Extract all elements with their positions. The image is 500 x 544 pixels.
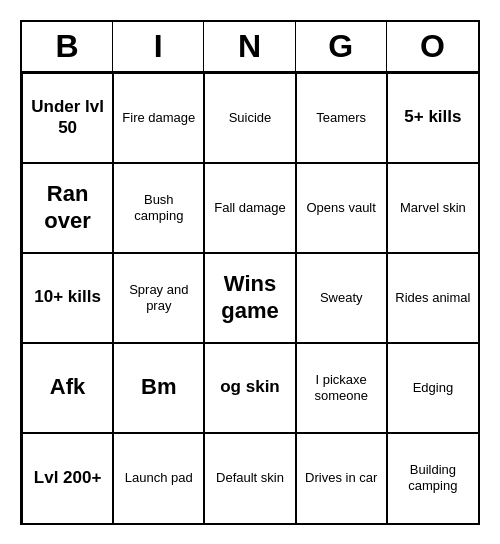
cell-label: Fall damage — [214, 200, 286, 216]
cell-label: Suicide — [229, 110, 272, 126]
cell-label: Building camping — [392, 462, 474, 493]
cell-label: 10+ kills — [34, 287, 101, 307]
cell-label: Sweaty — [320, 290, 363, 306]
cell-label: og skin — [220, 377, 280, 397]
cell-label: Default skin — [216, 470, 284, 486]
bingo-grid: Under lvl 50Fire damageSuicideTeamers5+ … — [22, 73, 478, 523]
bingo-cell: Bush camping — [113, 163, 204, 253]
bingo-cell: Teamers — [296, 73, 387, 163]
bingo-card: BINGO Under lvl 50Fire damageSuicideTeam… — [20, 20, 480, 525]
cell-label: Spray and pray — [118, 282, 199, 313]
cell-label: I pickaxe someone — [301, 372, 382, 403]
bingo-cell: Bm — [113, 343, 204, 433]
bingo-cell: Afk — [22, 343, 113, 433]
cell-label: Lvl 200+ — [34, 468, 102, 488]
bingo-cell: Rides animal — [387, 253, 478, 343]
cell-label: Under lvl 50 — [27, 97, 108, 138]
bingo-cell: Fire damage — [113, 73, 204, 163]
bingo-cell: Building camping — [387, 433, 478, 523]
bingo-cell: Ran over — [22, 163, 113, 253]
cell-label: Drives in car — [305, 470, 377, 486]
cell-label: Teamers — [316, 110, 366, 126]
cell-label: Launch pad — [125, 470, 193, 486]
cell-label: Wins game — [209, 271, 290, 324]
bingo-cell: Drives in car — [296, 433, 387, 523]
bingo-cell: I pickaxe someone — [296, 343, 387, 433]
bingo-cell: Wins game — [204, 253, 295, 343]
cell-label: Edging — [413, 380, 453, 396]
cell-label: 5+ kills — [404, 107, 461, 127]
bingo-cell: Opens vault — [296, 163, 387, 253]
cell-label: Afk — [50, 374, 85, 400]
cell-label: Bush camping — [118, 192, 199, 223]
bingo-cell: Launch pad — [113, 433, 204, 523]
bingo-cell: Under lvl 50 — [22, 73, 113, 163]
bingo-cell: og skin — [204, 343, 295, 433]
header-letter: I — [113, 22, 204, 71]
cell-label: Marvel skin — [400, 200, 466, 216]
header-letter: B — [22, 22, 113, 71]
cell-label: Opens vault — [307, 200, 376, 216]
cell-label: Fire damage — [122, 110, 195, 126]
bingo-cell: Fall damage — [204, 163, 295, 253]
header-letter: G — [296, 22, 387, 71]
bingo-cell: Default skin — [204, 433, 295, 523]
bingo-cell: Spray and pray — [113, 253, 204, 343]
cell-label: Ran over — [27, 181, 108, 234]
bingo-header: BINGO — [22, 22, 478, 73]
bingo-cell: Marvel skin — [387, 163, 478, 253]
header-letter: N — [204, 22, 295, 71]
bingo-cell: Edging — [387, 343, 478, 433]
bingo-cell: Suicide — [204, 73, 295, 163]
bingo-cell: 5+ kills — [387, 73, 478, 163]
cell-label: Rides animal — [395, 290, 470, 306]
cell-label: Bm — [141, 374, 176, 400]
header-letter: O — [387, 22, 478, 71]
bingo-cell: Lvl 200+ — [22, 433, 113, 523]
bingo-cell: 10+ kills — [22, 253, 113, 343]
bingo-cell: Sweaty — [296, 253, 387, 343]
